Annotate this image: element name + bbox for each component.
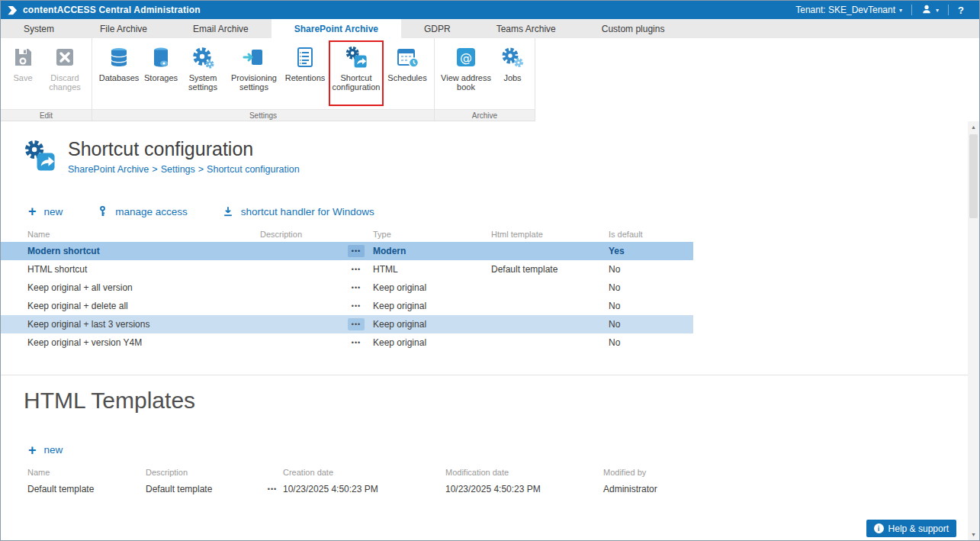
- table-row[interactable]: Default template Default template ••• 10…: [1, 480, 693, 498]
- ribbon: Save Discard changes Edit Databases: [1, 38, 979, 121]
- row-menu-button[interactable]: •••: [348, 263, 365, 275]
- chevron-down-icon: ▾: [936, 7, 939, 14]
- new-shortcut-button[interactable]: + new: [28, 206, 63, 217]
- main-tabbar: System File Archive Email Archive ShareP…: [1, 19, 979, 38]
- save-icon: [11, 45, 35, 69]
- column-header-creation-date: Creation date: [283, 468, 445, 477]
- databases-button[interactable]: Databases: [97, 41, 141, 105]
- shortcut-table-header: Name Description Type Html template Is d…: [1, 227, 693, 242]
- row-type: Keep original: [373, 301, 491, 311]
- ribbon-group-label-edit: Edit: [1, 109, 92, 121]
- system-settings-label: System settings: [181, 73, 225, 92]
- scrollbar[interactable]: ▲ ▼: [968, 121, 979, 540]
- column-header-is-default: Is default: [609, 230, 693, 239]
- help-question-button[interactable]: ?: [949, 1, 973, 19]
- svg-text:@: @: [460, 50, 472, 65]
- row-menu-button[interactable]: •••: [348, 282, 365, 294]
- html-templates-title: HTML Templates: [1, 375, 979, 414]
- tab-teams-archive[interactable]: Teams Archive: [474, 19, 579, 38]
- help-support-button[interactable]: i Help & support: [866, 520, 956, 537]
- view-address-book-button[interactable]: @ View address book: [439, 41, 493, 105]
- shortcut-configuration-button[interactable]: Shortcut configuration: [329, 41, 383, 105]
- plus-icon: +: [28, 445, 37, 456]
- system-settings-button[interactable]: System settings: [181, 41, 225, 105]
- templates-table-header: Name Description Creation date Modificat…: [1, 465, 693, 480]
- page-header: Shortcut configuration SharePoint Archiv…: [1, 121, 979, 175]
- row-type: Modern: [373, 246, 491, 256]
- column-header-modification-date: Modification date: [445, 468, 603, 477]
- row-name: Keep original + last 3 versions: [27, 319, 260, 330]
- shortcut-handler-button[interactable]: shortcut handler for Windows: [223, 206, 374, 217]
- view-address-book-icon: @: [454, 45, 478, 69]
- row-menu-button[interactable]: •••: [348, 300, 365, 312]
- storages-icon: [149, 45, 173, 69]
- info-icon: i: [874, 523, 884, 533]
- column-header-html-template: Html template: [491, 230, 609, 239]
- shortcut-table: Name Description Type Html template Is d…: [1, 227, 693, 352]
- discard-changes-label: Discard changes: [43, 73, 87, 92]
- new-template-button[interactable]: + new: [28, 444, 63, 456]
- jobs-icon: [500, 45, 525, 69]
- tenant-selector[interactable]: Tenant: SKE_DevTenant ▾: [786, 1, 911, 19]
- retentions-button[interactable]: Retentions: [283, 41, 327, 105]
- breadcrumb: SharePoint Archive>Settings>Shortcut con…: [68, 164, 300, 175]
- row-name: HTML shortcut: [27, 264, 260, 275]
- databases-icon: [107, 45, 131, 69]
- breadcrumb-sharepoint-archive[interactable]: SharePoint Archive: [68, 164, 149, 175]
- tab-system[interactable]: System: [1, 19, 77, 38]
- tab-gdpr[interactable]: GDPR: [401, 19, 474, 38]
- table-row[interactable]: Keep original + version Y4M ••• Keep ori…: [1, 333, 693, 352]
- top-bar: contentACCESS Central Administration Ten…: [1, 1, 979, 19]
- system-settings-icon: [191, 45, 215, 69]
- breadcrumb-settings[interactable]: Settings: [161, 164, 195, 175]
- discard-changes-button[interactable]: Discard changes: [43, 41, 87, 105]
- row-menu-button[interactable]: •••: [264, 483, 281, 495]
- table-row[interactable]: Modern shortcut ••• Modern Yes: [1, 242, 693, 260]
- manage-access-button[interactable]: manage access: [98, 205, 188, 217]
- app-window: contentACCESS Central Administration Ten…: [0, 0, 980, 541]
- row-type: Keep original: [373, 319, 491, 330]
- table-row[interactable]: Keep original + all version ••• Keep ori…: [1, 279, 693, 297]
- tab-custom-plugins[interactable]: Custom plugins: [579, 19, 688, 38]
- breadcrumb-shortcut-configuration[interactable]: Shortcut configuration: [207, 164, 300, 175]
- column-header-type: Type: [373, 230, 491, 239]
- row-modified-by: Administrator: [603, 484, 693, 494]
- ribbon-group-settings: Databases Storages System settings: [92, 38, 435, 121]
- topbar-right: Tenant: SKE_DevTenant ▾ ▾ ?: [786, 1, 973, 19]
- row-menu-button[interactable]: •••: [348, 337, 365, 349]
- chevron-down-icon: ▾: [899, 7, 902, 14]
- shortcut-handler-label: shortcut handler for Windows: [241, 206, 374, 217]
- row-name: Keep original + delete all: [27, 301, 260, 311]
- storages-label: Storages: [144, 73, 178, 82]
- scroll-up-icon[interactable]: ▲: [968, 121, 979, 133]
- tab-file-archive[interactable]: File Archive: [77, 19, 170, 38]
- templates-table: Name Description Creation date Modificat…: [1, 465, 693, 498]
- schedules-button[interactable]: Schedules: [385, 41, 429, 105]
- scrollbar-track[interactable]: [968, 133, 979, 529]
- column-header-modified-by: Modified by: [603, 468, 693, 477]
- save-button[interactable]: Save: [5, 41, 40, 105]
- tab-sharepoint-archive[interactable]: SharePoint Archive: [272, 19, 401, 38]
- user-menu[interactable]: ▾: [912, 1, 948, 19]
- shortcut-configuration-page-icon: [22, 138, 57, 173]
- row-description: Default template: [146, 484, 264, 494]
- row-is-default: No: [609, 319, 693, 330]
- table-row[interactable]: Keep original + last 3 versions ••• Keep…: [1, 315, 693, 333]
- schedules-icon: [395, 45, 419, 69]
- contentaccess-logo-icon: [7, 5, 18, 16]
- provisioning-settings-label: Provisioning settings: [227, 73, 281, 92]
- table-row[interactable]: HTML shortcut ••• HTML Default template …: [1, 260, 693, 279]
- jobs-button[interactable]: Jobs: [495, 41, 530, 105]
- tab-email-archive[interactable]: Email Archive: [170, 19, 272, 38]
- provisioning-settings-icon: [242, 45, 266, 69]
- storages-button[interactable]: Storages: [143, 41, 178, 105]
- scroll-down-icon[interactable]: ▼: [968, 529, 979, 540]
- scrollbar-thumb[interactable]: [969, 134, 978, 218]
- ribbon-group-archive: @ View address book Jobs Archive: [435, 38, 535, 121]
- provisioning-settings-button[interactable]: Provisioning settings: [227, 41, 281, 105]
- row-menu-button[interactable]: •••: [348, 318, 365, 330]
- row-is-default: Yes: [609, 246, 693, 256]
- row-menu-button[interactable]: •••: [348, 245, 365, 257]
- main-content: Shortcut configuration SharePoint Archiv…: [1, 121, 979, 540]
- table-row[interactable]: Keep original + delete all ••• Keep orig…: [1, 297, 693, 315]
